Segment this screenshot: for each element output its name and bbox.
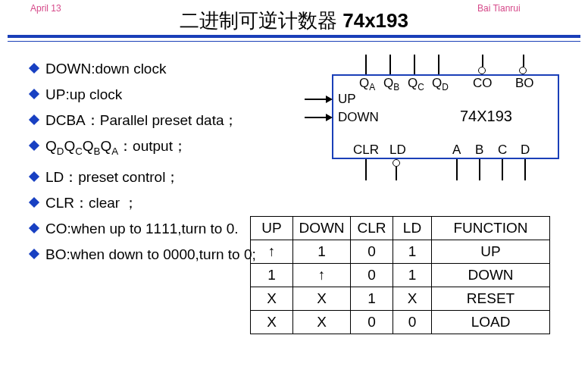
pin-line	[523, 55, 524, 67]
bullet-text: CLR：clear ；	[45, 195, 138, 211]
bullet-text: UP:up clock	[45, 86, 122, 102]
bullet-text: BO:when down to 0000,turn to 0;	[45, 246, 256, 262]
pin-line	[524, 159, 526, 180]
table-row: ↑ 1 0 1 UP	[251, 240, 550, 264]
chip-label-clr: CLR	[353, 143, 379, 158]
bullet-list: DOWN:down clock UP:up clock DCBA：Paralle…	[30, 61, 258, 272]
chip-label-b: B	[475, 143, 483, 158]
chip-label-qd: QD	[432, 76, 449, 92]
bubble-icon	[478, 67, 486, 74]
chip-name: 74X193	[460, 108, 512, 125]
cell: 1	[293, 240, 351, 264]
pin-line	[365, 159, 367, 180]
cell: UP	[432, 240, 550, 264]
page-title: 二进制可逆计数器 74x193	[0, 8, 588, 34]
cell: RESET	[432, 287, 550, 311]
chip-label-c: C	[498, 143, 507, 158]
chip-diagram: 74X193 UP DOWN QA QB QC QD CO BO CLR LD …	[305, 55, 562, 183]
chip-label-d: D	[521, 143, 530, 158]
bubble-icon	[519, 67, 527, 74]
cell: ↑	[293, 264, 351, 287]
cell: 1	[393, 264, 432, 287]
table-row: 1 ↑ 0 1 DOWN	[251, 264, 550, 287]
pin-down-line	[305, 117, 326, 118]
diamond-icon	[29, 249, 39, 259]
cell: 0	[351, 311, 393, 334]
bullet-item: CLR：clear ；	[30, 195, 258, 211]
chip-label-down: DOWN	[338, 110, 379, 125]
diamond-icon	[29, 114, 39, 125]
chip-label-bo: BO	[515, 76, 534, 91]
th-down: DOWN	[293, 217, 351, 240]
cell: 0	[393, 311, 432, 334]
cell: 1	[351, 287, 393, 311]
diamond-icon	[29, 223, 39, 233]
bubble-icon	[393, 159, 400, 167]
chip-label-up: UP	[338, 92, 356, 107]
bullet-item: CO:when up to 1111,turn to 0.	[30, 221, 258, 237]
truth-table: UP DOWN CLR LD FUNCTION ↑ 1 0 1 UP 1 ↑ 0…	[250, 216, 550, 334]
bullet-item: DCBA：Parallel preset data；	[30, 112, 258, 129]
pin-line	[438, 55, 439, 74]
chip-label-qc: QC	[408, 76, 424, 92]
table-row: X X 1 X RESET	[251, 287, 550, 311]
chip-label-a: A	[452, 143, 461, 158]
cell: 1	[251, 264, 293, 287]
bullet-text: DOWN:down clock	[45, 61, 166, 77]
table-row: X X 0 0 LOAD	[251, 311, 550, 334]
arrow-icon	[326, 114, 333, 121]
cell: X	[393, 287, 432, 311]
pin-up-line	[305, 99, 326, 100]
pin-line	[396, 167, 397, 180]
diamond-icon	[29, 140, 39, 151]
pin-line	[479, 159, 480, 180]
th-clr: CLR	[351, 217, 393, 240]
bullet-item: QDQCQBQA：output；	[30, 138, 258, 160]
th-ld: LD	[393, 217, 432, 240]
cell: X	[293, 287, 351, 311]
pin-line	[389, 55, 391, 74]
cell: DOWN	[432, 264, 550, 287]
pin-line	[482, 55, 483, 67]
bullet-text: CO:when up to 1111,turn to 0.	[45, 221, 239, 236]
diamond-icon	[29, 63, 39, 74]
bullet-item: LD：preset control；	[30, 169, 258, 186]
diamond-icon	[29, 89, 39, 99]
cell: X	[251, 287, 293, 311]
cell: 1	[393, 240, 432, 264]
bullet-item: BO:when down to 0000,turn to 0;	[30, 246, 258, 263]
chip-label-qb: QB	[383, 76, 399, 92]
chip-label-ld: LD	[389, 143, 406, 158]
pin-line	[365, 55, 367, 74]
bullet-item: DOWN:down clock	[30, 61, 258, 77]
header-rule	[8, 35, 580, 42]
cell: 0	[351, 264, 393, 287]
bullet-item: UP:up clock	[30, 86, 258, 103]
pin-line	[414, 55, 415, 74]
cell: 0	[351, 240, 393, 264]
title-cn: 二进制可逆计数器	[180, 9, 337, 32]
pin-line	[456, 159, 458, 180]
arrow-icon	[326, 96, 333, 103]
cell: X	[251, 311, 293, 334]
diamond-icon	[29, 171, 39, 182]
bullet-text: LD：preset control；	[45, 169, 180, 185]
chip-label-co: CO	[473, 76, 493, 91]
bullet-text: DCBA：Parallel preset data；	[45, 112, 239, 128]
th-function: FUNCTION	[432, 217, 550, 240]
bullet-text: QDQCQBQA：output；	[45, 138, 187, 154]
pin-line	[502, 159, 503, 180]
title-chip: 74x193	[342, 9, 408, 32]
table-header-row: UP DOWN CLR LD FUNCTION	[251, 217, 550, 240]
th-up: UP	[251, 217, 293, 240]
cell: X	[293, 311, 351, 334]
cell: ↑	[251, 240, 293, 264]
diamond-icon	[29, 197, 39, 208]
cell: LOAD	[432, 311, 550, 334]
chip-label-qa: QA	[359, 76, 375, 92]
